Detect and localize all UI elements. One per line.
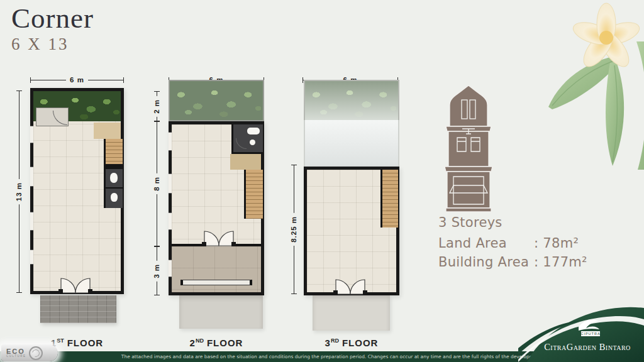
storeys-value: 3 Storeys	[438, 215, 587, 230]
plan1-stairs	[104, 139, 123, 164]
plan3-label-ordinal: RD	[331, 337, 339, 344]
citragarden-bintaro-logo: CIPUTRA CitraGarden Bintaro	[518, 304, 644, 362]
plan2-dim-2m: 2 m	[153, 91, 160, 121]
land-area-value: : 78m²	[534, 234, 587, 253]
plan1-bathroom	[104, 169, 123, 208]
title-block: Corner 6 X 13	[11, 4, 94, 54]
page-subtitle: 6 X 13	[11, 35, 94, 54]
plan3-label: 3RDFLOOR	[304, 337, 399, 348]
plan3-label-number: 3	[325, 337, 331, 348]
plan2-canopy	[179, 295, 263, 329]
disclaimer-text: The attached images and data are based o…	[94, 351, 562, 362]
building-facade-icon	[437, 82, 500, 214]
plan3-garden-below	[304, 80, 399, 121]
plan1-label-ordinal: ST	[57, 337, 64, 344]
floorplan-1st-floor	[30, 88, 124, 294]
plan2-label-ordinal: ND	[196, 337, 204, 344]
plan1-entry-door	[58, 275, 92, 293]
plan1-window	[30, 250, 33, 265]
plan1-height-label: 13 m	[15, 179, 23, 204]
plan3-terrace-extension	[313, 295, 390, 331]
plan1-label-word: FLOOR	[67, 337, 104, 348]
plan1-window	[30, 126, 33, 143]
plan3-stairs	[380, 170, 398, 228]
plan1-entry-vestibule	[36, 107, 69, 126]
brand-name: CitraGarden Bintaro	[544, 342, 631, 352]
plan3-height-dimension: 8.25 m	[290, 165, 297, 294]
floorplan-3rd-floor	[304, 167, 399, 295]
page-title: Corner	[11, 4, 94, 33]
plan2-interior-door	[202, 228, 236, 246]
plan2-bathroom	[231, 124, 263, 154]
plan2-window	[169, 132, 172, 151]
plan2-label-word: FLOOR	[207, 337, 243, 348]
plan2-garden-below	[169, 80, 264, 121]
plan2-label-number: 2	[190, 337, 196, 348]
plan1-height-dimension: 13 m	[15, 90, 23, 293]
building-area-label: Building Area	[438, 253, 534, 272]
plan1-driveway	[40, 295, 116, 323]
plan1-landing	[94, 123, 121, 139]
plan1-window	[30, 167, 33, 187]
plan1-width-dimension: 6 m	[30, 76, 124, 84]
spec-panel: 3 Storeys Land Area : 78m² Building Area…	[438, 215, 587, 272]
plan3-label-word: FLOOR	[342, 337, 379, 348]
plan3-roof-void	[304, 120, 399, 168]
plan2-dim-3m: 3 m	[153, 246, 160, 295]
land-area-label: Land Area	[438, 234, 534, 253]
eco-logo-subtext: CULTURE	[6, 355, 26, 358]
eco-badge-icon	[29, 346, 43, 360]
plan2-window	[169, 173, 172, 194]
land-area-row: Land Area : 78m²	[438, 234, 587, 253]
eco-culture-logo: ECO CULTURE	[1, 344, 58, 361]
plan1-wall-segment	[104, 164, 121, 169]
plan2-closet	[230, 154, 261, 170]
plan2-window	[169, 260, 172, 277]
frangipani-flower-illustration	[543, 0, 644, 170]
plan2-window	[169, 212, 172, 230]
plan2-railing	[180, 280, 252, 285]
brochure-slide: Corner 6 X 13 6 m	[0, 0, 644, 362]
plan1-window	[30, 212, 33, 231]
building-area-row: Building Area : 177m²	[438, 253, 587, 272]
plan3-door	[333, 276, 367, 295]
building-area-value: : 177m²	[534, 253, 587, 272]
plan2-dim-8m: 8 m	[153, 121, 160, 246]
plan1-width-label: 6 m	[66, 76, 88, 84]
plan2-front-room	[172, 246, 261, 292]
floorplan-2nd-floor	[169, 121, 264, 295]
plan2-label: 2NDFLOOR	[169, 337, 264, 348]
ciputra-text: CIPUTRA	[580, 332, 600, 336]
plan2-stairs	[244, 170, 263, 219]
